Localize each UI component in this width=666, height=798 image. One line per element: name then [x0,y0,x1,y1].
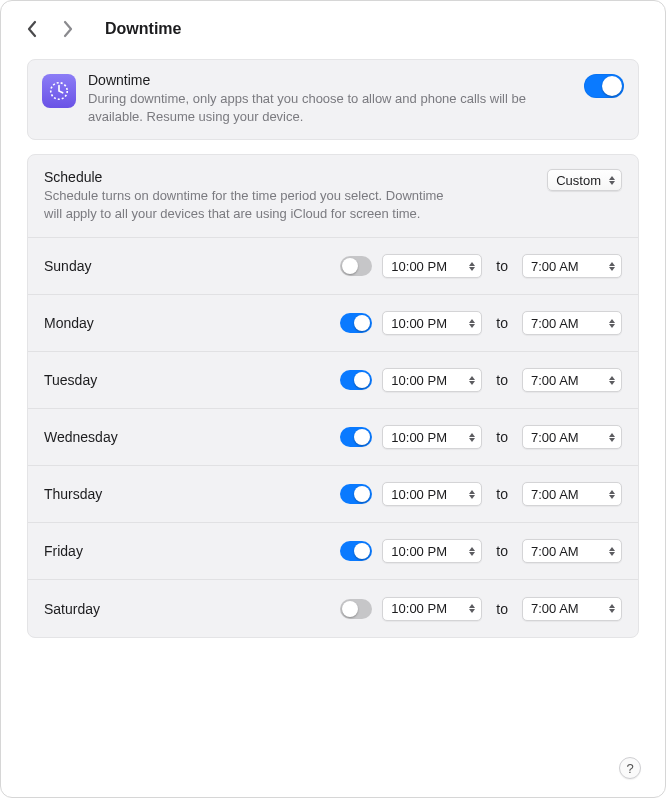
day-name-label: Monday [44,315,330,331]
downtime-card-title: Downtime [88,72,564,88]
schedule-days-list: Sunday10:00 PMto7:00 AMMonday10:00 PMto7… [28,238,638,637]
day-name-label: Wednesday [44,429,330,445]
schedule-description: Schedule turns on downtime for the time … [44,187,464,223]
updown-stepper-icon [605,485,619,503]
page-title: Downtime [105,20,181,38]
time-value: 10:00 PM [391,259,447,274]
content-area: Downtime During downtime, only apps that… [1,53,665,656]
preferences-window: Downtime Downtime During downtime, only … [0,0,666,798]
updown-stepper-icon [605,314,619,332]
to-label: to [492,258,512,274]
to-label: to [492,372,512,388]
day-toggle[interactable] [340,370,372,390]
time-value: 7:00 AM [531,430,579,445]
day-from-time[interactable]: 10:00 PM [382,254,482,278]
updown-stepper-icon [465,371,479,389]
time-value: 7:00 AM [531,544,579,559]
day-to-time[interactable]: 7:00 AM [522,597,622,621]
to-label: to [492,486,512,502]
to-label: to [492,429,512,445]
downtime-card-description: During downtime, only apps that you choo… [88,90,564,125]
updown-stepper-icon [605,600,619,618]
updown-stepper-icon [605,257,619,275]
updown-stepper-icon [465,428,479,446]
schedule-day-row: Sunday10:00 PMto7:00 AM [28,238,638,295]
schedule-title: Schedule [44,169,531,185]
time-value: 10:00 PM [391,316,447,331]
day-to-time[interactable]: 7:00 AM [522,368,622,392]
time-value: 10:00 PM [391,373,447,388]
day-from-time[interactable]: 10:00 PM [382,482,482,506]
day-from-time[interactable]: 10:00 PM [382,368,482,392]
updown-stepper-icon [465,542,479,560]
day-to-time[interactable]: 7:00 AM [522,425,622,449]
day-name-label: Friday [44,543,330,559]
day-to-time[interactable]: 7:00 AM [522,539,622,563]
updown-stepper-icon [465,485,479,503]
day-from-time[interactable]: 10:00 PM [382,311,482,335]
schedule-day-row: Friday10:00 PMto7:00 AM [28,523,638,580]
schedule-day-row: Tuesday10:00 PMto7:00 AM [28,352,638,409]
help-icon: ? [626,761,633,776]
schedule-day-row: Thursday10:00 PMto7:00 AM [28,466,638,523]
day-to-time[interactable]: 7:00 AM [522,311,622,335]
schedule-panel: Schedule Schedule turns on downtime for … [27,154,639,638]
chevron-right-icon [62,20,74,38]
day-to-time[interactable]: 7:00 AM [522,254,622,278]
day-toggle[interactable] [340,599,372,619]
schedule-day-row: Monday10:00 PMto7:00 AM [28,295,638,352]
downtime-icon [42,74,76,108]
downtime-master-panel: Downtime During downtime, only apps that… [27,59,639,140]
downtime-master-toggle[interactable] [584,74,624,98]
day-toggle[interactable] [340,256,372,276]
day-from-time[interactable]: 10:00 PM [382,597,482,621]
time-value: 10:00 PM [391,430,447,445]
time-value: 7:00 AM [531,373,579,388]
day-name-label: Sunday [44,258,330,274]
updown-stepper-icon [465,600,479,618]
time-value: 7:00 AM [531,487,579,502]
day-toggle[interactable] [340,541,372,561]
to-label: to [492,543,512,559]
time-value: 7:00 AM [531,316,579,331]
time-value: 7:00 AM [531,259,579,274]
updown-stepper-icon [605,542,619,560]
updown-stepper-icon [605,171,619,189]
day-toggle[interactable] [340,313,372,333]
nav-header: Downtime [1,1,665,53]
time-value: 10:00 PM [391,601,447,616]
time-value: 10:00 PM [391,544,447,559]
day-toggle[interactable] [340,484,372,504]
chevron-left-icon [26,20,38,38]
back-button[interactable] [23,15,41,43]
forward-button[interactable] [59,15,77,43]
updown-stepper-icon [465,314,479,332]
day-name-label: Saturday [44,601,330,617]
day-name-label: Tuesday [44,372,330,388]
updown-stepper-icon [605,428,619,446]
day-to-time[interactable]: 7:00 AM [522,482,622,506]
updown-stepper-icon [465,257,479,275]
to-label: to [492,315,512,331]
schedule-mode-popup[interactable]: Custom [547,169,622,191]
day-name-label: Thursday [44,486,330,502]
updown-stepper-icon [605,371,619,389]
schedule-header: Schedule Schedule turns on downtime for … [28,155,638,238]
to-label: to [492,601,512,617]
time-value: 7:00 AM [531,601,579,616]
day-from-time[interactable]: 10:00 PM [382,539,482,563]
day-toggle[interactable] [340,427,372,447]
schedule-mode-value: Custom [556,173,601,188]
time-value: 10:00 PM [391,487,447,502]
schedule-day-row: Saturday10:00 PMto7:00 AM [28,580,638,637]
day-from-time[interactable]: 10:00 PM [382,425,482,449]
schedule-day-row: Wednesday10:00 PMto7:00 AM [28,409,638,466]
help-button[interactable]: ? [619,757,641,779]
